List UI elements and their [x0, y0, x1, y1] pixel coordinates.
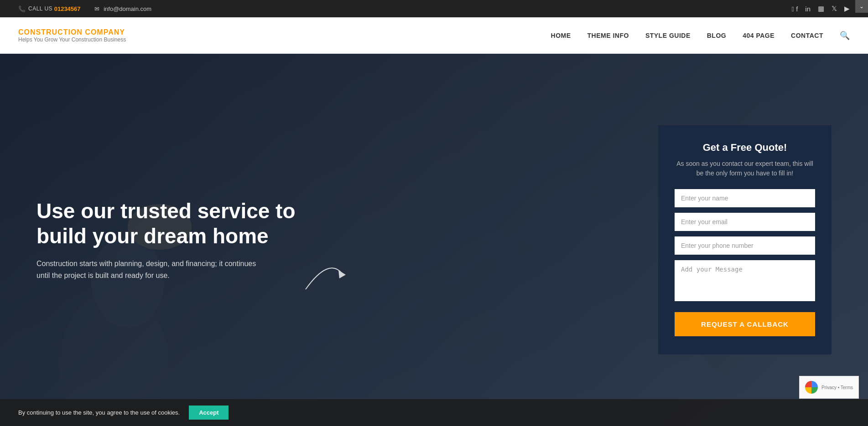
topbar-social:  f in ▦ 𝕏 ▶ — [791, 5, 850, 13]
recaptcha-text: Privacy • Terms — [821, 385, 853, 390]
brand-tagline: Helps You Grow Your Construction Busines… — [18, 36, 126, 43]
name-input[interactable] — [675, 189, 815, 207]
phone-icon: 📞 — [18, 5, 26, 12]
navbar: CONSTRUCTION COMPANY Helps You Grow Your… — [0, 17, 868, 54]
message-input[interactable] — [675, 260, 815, 301]
hero-content: Use our trusted service to build your dr… — [0, 125, 868, 354]
quote-form: Get a Free Quote! As soon as you contact… — [658, 125, 832, 354]
nav-blog[interactable]: BLOG — [707, 32, 726, 39]
brand-name[interactable]: CONSTRUCTION COMPANY — [18, 28, 126, 36]
topbar-left: 📞 CALL US 01234567 ✉ info@domain.com — [18, 5, 151, 12]
svg-marker-7 — [338, 270, 346, 278]
linkedin-icon[interactable]: in — [805, 5, 811, 13]
youtube-icon[interactable]: ▶ — [844, 5, 850, 13]
recaptcha-widget: Privacy • Terms — [799, 376, 859, 399]
nav-theme-info[interactable]: THEME INFO — [587, 32, 629, 39]
phone-number[interactable]: 01234567 — [54, 5, 81, 12]
facebook-icon[interactable]:  f — [791, 5, 798, 13]
collapse-button[interactable]: ⌄ — [855, 0, 868, 13]
topbar: 📞 CALL US 01234567 ✉ info@domain.com  f… — [0, 0, 868, 17]
quote-form-subtitle: As soon as you contact our expert team, … — [675, 159, 815, 178]
recaptcha-logo — [805, 381, 818, 394]
cookie-message: By continuing to use the site, you agree… — [18, 409, 180, 416]
nav-404[interactable]: 404 PAGE — [743, 32, 774, 39]
quote-form-title: Get a Free Quote! — [675, 142, 815, 154]
hero-section: Use our trusted service to build your dr… — [0, 54, 868, 426]
nav-links: HOME THEME INFO STYLE GUIDE BLOG 404 PAG… — [551, 31, 850, 41]
nav-style-guide[interactable]: STYLE GUIDE — [645, 32, 691, 39]
email-info: ✉ info@domain.com — [94, 5, 152, 12]
email-icon: ✉ — [94, 5, 99, 12]
call-label: CALL US — [28, 5, 52, 12]
hero-title: Use our trusted service to build your dr… — [36, 199, 301, 249]
callback-button[interactable]: REQUEST A CALLBACK — [675, 312, 815, 336]
search-icon[interactable]: 🔍 — [840, 31, 850, 41]
instagram-icon[interactable]: ▦ — [818, 5, 824, 13]
twitter-icon[interactable]: 𝕏 — [832, 5, 837, 13]
hero-text: Use our trusted service to build your dr… — [36, 199, 301, 282]
cookie-bar-left: By continuing to use the site, you agree… — [18, 405, 229, 420]
cookie-bar: By continuing to use the site, you agree… — [0, 399, 868, 426]
phone-input[interactable] — [675, 236, 815, 255]
accept-cookies-button[interactable]: Accept — [189, 405, 229, 420]
nav-home[interactable]: HOME — [551, 32, 571, 39]
nav-contact[interactable]: CONTACT — [791, 32, 823, 39]
brand-logo: CONSTRUCTION COMPANY Helps You Grow Your… — [18, 28, 126, 43]
phone-info: 📞 CALL US 01234567 — [18, 5, 81, 12]
hero-subtitle: Construction starts with planning, desig… — [36, 258, 265, 281]
email-address[interactable]: info@domain.com — [104, 5, 151, 12]
email-input[interactable] — [675, 213, 815, 231]
